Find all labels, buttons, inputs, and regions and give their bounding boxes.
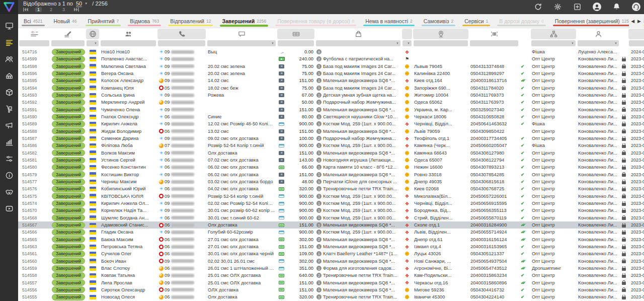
table-row[interactable]: 514586ЗавершенийФіліпова Люба07Розмір 52… — [18, 142, 644, 149]
tab-відправлений[interactable]: Відправлений12 — [165, 14, 216, 28]
tab-в-дорозі-додому[interactable]: В дорозі додому0 — [494, 14, 549, 28]
column-header-city[interactable] — [413, 28, 469, 40]
client-name[interactable]: Влас Слотюу — [100, 266, 157, 271]
client-name[interactable]: Кобилинський Юрий — [100, 186, 157, 191]
add-icon[interactable] — [572, 2, 582, 12]
status-cell[interactable]: Завершений — [50, 222, 86, 229]
client-name[interactable]: Шумляс Богдана Ан... — [100, 215, 157, 220]
client-name[interactable]: Кирилич Анжела — [100, 121, 157, 126]
client-name[interactable]: Колосок Александр — [100, 78, 157, 83]
table-row[interactable]: 514568ЗавершенийШумляс Богдана Ан...✳063… — [18, 214, 644, 221]
column-header-comment[interactable] — [206, 28, 277, 40]
status-cell[interactable]: Завершений — [50, 207, 86, 214]
client-name[interactable]: Волков Максим — [100, 150, 157, 156]
table-row[interactable]: 514589ЗавершенийКирилич Анжела✳0912.02 с… — [18, 120, 644, 127]
tab-відмова[interactable]: Відмова763 — [124, 14, 165, 28]
client-name[interactable]: Бокоч Иван — [100, 259, 157, 264]
status-cell[interactable]: Завершений — [50, 251, 86, 257]
table-row[interactable]: 514582ЗавершенийВолков Максим✳09Олх дост… — [18, 149, 644, 157]
column-header-chk[interactable] — [519, 28, 530, 40]
column-header-manager[interactable] — [577, 28, 620, 40]
table-row[interactable]: 514588ЗавершенийЖидак Володимир0613.02 с… — [18, 128, 644, 135]
client-name[interactable]: Баюка Максим — [100, 237, 157, 242]
filter-input-manager[interactable]: ▼ — [578, 40, 619, 46]
sidebar-item-info[interactable] — [2, 169, 17, 184]
tab-самовивіз[interactable]: Самовивіз2 — [418, 14, 459, 28]
support-icon[interactable] — [631, 2, 641, 12]
status-cell[interactable]: Завершений — [50, 85, 86, 91]
filter-input-client[interactable] — [101, 40, 156, 46]
sidebar-item-statistics[interactable] — [2, 135, 17, 150]
table-row[interactable]: 514579ЗавершенийКостишин Виктор✳0906.02 … — [18, 171, 644, 178]
status-cell[interactable]: Завершений — [50, 193, 86, 199]
filter-input-product[interactable]: ▼ — [316, 40, 400, 46]
tab-завершений[interactable]: Завершений2256 — [216, 14, 272, 28]
status-cell[interactable]: Завершений — [50, 265, 86, 272]
status-cell[interactable]: Завершений — [50, 214, 86, 221]
table-row[interactable]: 514575ЗавершенийКВІТОВСЬКА ЮЛІЯ09Розмір … — [18, 193, 644, 200]
table-row[interactable]: 514590ЗавершенийГнатюк Олексндр✳06Синие≡… — [18, 113, 644, 120]
column-header-carrier[interactable] — [401, 28, 413, 40]
status-cell[interactable]: Завершений — [50, 78, 86, 84]
filter-input-id[interactable] — [19, 40, 49, 46]
status-cell[interactable]: Завершений — [50, 121, 86, 127]
status-cell[interactable]: Завершений — [50, 236, 86, 243]
column-header-id[interactable]: ID — [18, 28, 50, 40]
table-row[interactable]: 514563ЗавершенийПетровська Тетяна0627.01… — [18, 243, 644, 250]
status-cell[interactable]: Завершений — [50, 114, 86, 120]
table-row[interactable]: 514581ЗавершенийУстинов Сергей✳0607.02 с… — [18, 157, 644, 164]
column-header-channel[interactable] — [530, 28, 577, 40]
tab-сервіси[interactable]: Сервіси1 — [459, 14, 494, 28]
status-cell[interactable]: Завершений — [50, 294, 86, 300]
status-cell[interactable]: Завершений — [50, 99, 86, 106]
filter-input-comment[interactable]: ▼ — [207, 40, 276, 46]
status-cell[interactable]: Завершений — [50, 106, 86, 113]
table-row[interactable]: 514594ЗавершенийКомпанец Юля0518.02 смс … — [18, 85, 644, 92]
status-cell[interactable]: Завершений — [50, 142, 86, 149]
table-row[interactable]: 514559ЗавершенийВлас Слотюу0626.01 смс 1… — [18, 265, 644, 272]
tab-повернення-завершений-[interactable]: Повернення (завершений)125 — [549, 14, 634, 28]
status-cell[interactable]: Завершений — [50, 179, 86, 185]
page-button-1[interactable]: 1 — [35, 7, 42, 12]
status-cell[interactable]: Завершений — [50, 272, 86, 279]
status-cell[interactable]: Завершений — [50, 171, 86, 178]
column-header-lock[interactable] — [620, 28, 628, 40]
tab-повернення-товару-в-дорозі-[interactable]: Повернення товару (в дорозі)0 — [272, 14, 360, 28]
client-name[interactable]: Черниш Максим — [100, 179, 157, 184]
status-cell[interactable]: Завершений — [50, 258, 86, 264]
status-cell[interactable]: Завершений — [50, 56, 86, 62]
table-row[interactable]: 514577ЗавершенийЧерниш Максим0903.02 смс… — [18, 178, 644, 185]
tab-нема-в-наявності[interactable]: Нема в наявності2 — [360, 14, 418, 28]
table-row[interactable]: 514591ЗавершенийЧумаченко Олена✳09≡151.0… — [18, 106, 644, 113]
status-cell[interactable]: Завершений — [50, 70, 86, 77]
filter-input-ttn[interactable] — [470, 40, 518, 46]
client-name[interactable]: КВІТОВСЬКА ЮЛІЯ — [100, 194, 157, 199]
tab-новый[interactable]: Новый46 — [48, 14, 83, 28]
table-row[interactable]: 514560ЗавершенийБокоч Иван0902.02 30.01 … — [18, 258, 644, 265]
client-name[interactable]: Мерклингер Андрей — [100, 100, 157, 105]
filter-input-pay[interactable] — [278, 40, 314, 46]
filter-input-status[interactable] — [51, 40, 85, 46]
client-name[interactable]: Сольська Ірина — [100, 93, 157, 98]
table-row[interactable]: 514580ЗавершенийФесенко Константин✳0606.… — [18, 164, 644, 171]
client-name[interactable]: Жидак Володимир — [100, 129, 157, 134]
table-row[interactable]: 514595ЗавершенийКолосок Александр0914.02… — [18, 77, 644, 84]
filter-input-channel[interactable]: ▼ — [531, 40, 576, 46]
client-name[interactable]: Кирилич Анжела Ол... — [100, 201, 157, 206]
user-icon[interactable] — [592, 2, 602, 12]
column-header-pay[interactable] — [277, 28, 315, 40]
table-row[interactable]: 514566ЗавершенийГладик Оксана✳09Голубий … — [18, 229, 644, 236]
table-row[interactable]: 514599ЗавершенийПотапенко Анастас...✳092… — [18, 55, 644, 62]
filter-input-phone[interactable] — [158, 40, 205, 46]
client-name[interactable]: Нов10 Нов10 — [100, 49, 157, 54]
page-button-3[interactable]: 3 — [60, 7, 67, 12]
status-cell[interactable]: Завершений — [50, 286, 86, 293]
first-page-button[interactable] — [23, 8, 28, 12]
status-cell[interactable]: Завершений — [50, 135, 86, 142]
column-header-client[interactable] — [100, 28, 157, 40]
status-cell[interactable]: Завершений — [50, 157, 86, 164]
status-cell[interactable]: Завершений — [50, 200, 86, 207]
tab-всі[interactable]: Всі4521 — [18, 14, 48, 28]
table-row[interactable]: 514716ЗавершенийНов10 Нов10✳09Выц→0.000❖… — [18, 48, 644, 55]
client-name[interactable]: Компанец Юля — [100, 86, 157, 91]
